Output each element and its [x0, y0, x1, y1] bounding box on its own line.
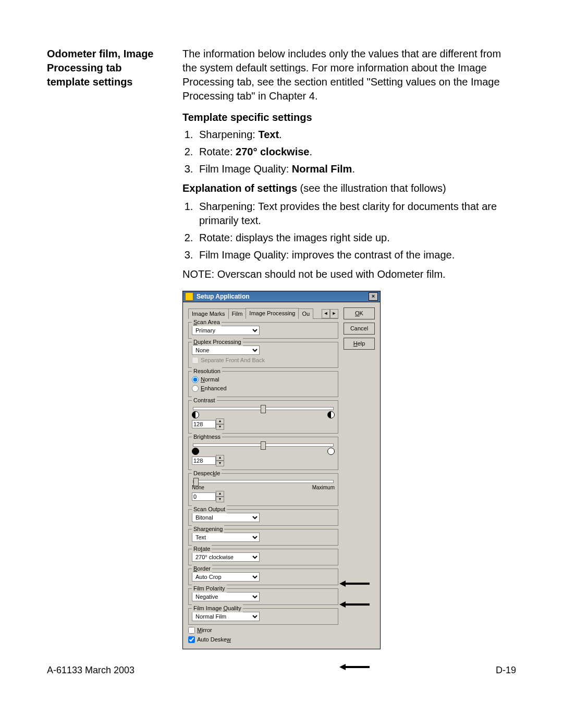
text: Brightness — [192, 433, 222, 441]
text: Sharpening: — [199, 129, 258, 140]
template-settings-heading: Template specific settings — [182, 110, 516, 125]
tab-image-marks[interactable]: Image Marks — [188, 309, 229, 319]
text: Despec — [193, 470, 213, 476]
spin-up[interactable]: ▲ — [216, 491, 224, 497]
spin-down[interactable]: ▼ — [216, 461, 224, 466]
text: Film Image — [193, 605, 223, 611]
note: NOTE: Overscan should not be used with O… — [182, 267, 516, 281]
duplex-group: Duplex Processing None Separate Front An… — [188, 342, 338, 368]
duplex-select[interactable]: None — [192, 346, 260, 355]
section-title: Odometer film, Image Processing tab temp… — [47, 47, 167, 89]
mirror-checkbox[interactable]: Mirror — [188, 626, 338, 634]
list-item: Sharpening: Text. — [196, 128, 516, 142]
text: ate — [202, 546, 210, 552]
scan-area-group: Scan Area Primary — [188, 322, 338, 339]
tab-scroll-right[interactable]: ► — [330, 309, 338, 318]
film-image-quality-group: Film Image Quality Normal Film — [188, 608, 338, 625]
sharpening-group: Sharpening Text — [188, 529, 338, 546]
text: Q — [223, 605, 228, 611]
brightness-light-icon — [327, 448, 335, 455]
list-item: Rotate: displays the images right side u… — [196, 231, 516, 245]
resolution-enhanced-radio[interactable]: Enhanced — [192, 385, 335, 392]
spin-up[interactable]: ▲ — [216, 455, 224, 461]
tab-bar: Image Marks Film Image Processing Ou ◄ ► — [188, 307, 338, 319]
sharpening-select[interactable]: Text — [192, 533, 260, 542]
tab-image-processing[interactable]: Image Processing — [246, 308, 299, 319]
text: . — [309, 146, 312, 157]
border-select[interactable]: Auto Crop — [192, 572, 260, 582]
tab-film[interactable]: Film — [228, 309, 247, 319]
text: uplex Processing — [198, 339, 241, 345]
contrast-high-icon — [327, 411, 335, 418]
text: order — [197, 565, 211, 572]
text: . — [279, 129, 282, 140]
text: Explanation of settings — [182, 182, 297, 194]
film-polarity-select[interactable]: Negative — [192, 592, 260, 601]
text: (see the illustration that follows) — [297, 182, 446, 194]
text: Film Image Quality: — [199, 163, 292, 175]
scan-output-group: Scan Output Bitonal — [188, 509, 338, 526]
despeckle-group: Despeckle NoneMaximum ▲▼ — [188, 473, 338, 507]
text: Rotate: — [199, 146, 236, 157]
film-polarity-group: Film Polarity Negative — [188, 588, 338, 605]
list-item: Film Image Quality: Normal Film. — [196, 162, 516, 176]
template-settings-list: Sharpening: Text. Rotate: 270° clockwise… — [182, 128, 516, 176]
brightness-spinner[interactable] — [192, 456, 216, 465]
brightness-group: Brightness ▲▼ — [188, 437, 338, 470]
film-quality-value: Normal Film — [292, 163, 352, 175]
auto-deskew-checkbox[interactable]: Auto Deskew — [188, 636, 338, 644]
film-image-quality-select[interactable]: Normal Film — [192, 612, 260, 621]
despeckle-spinner[interactable] — [192, 492, 216, 501]
text: Scan Output — [192, 505, 227, 513]
contrast-slider[interactable] — [193, 407, 334, 410]
footer-left: A-61133 March 2003 — [47, 665, 134, 676]
text: Resolution — [192, 367, 222, 375]
ok-button[interactable]: OK — [344, 307, 375, 319]
checkbox-label: Separate Front And Back — [201, 356, 265, 364]
despeckle-max-label: Maximum — [312, 484, 335, 491]
border-group: Border Auto Crop — [188, 569, 338, 585]
window-title: Setup Application — [197, 292, 250, 301]
text: le — [216, 470, 221, 476]
close-button[interactable]: × — [369, 292, 378, 301]
resolution-group: Resolution Normal Enhanced — [188, 371, 338, 397]
title-bar[interactable]: Setup Application × — [182, 291, 381, 302]
rotate-value: 270° clockwise — [236, 146, 309, 157]
list-item: Film Image Quality: improves the contras… — [196, 248, 516, 262]
brightness-dark-icon — [192, 448, 199, 455]
explanation-list: Sharpening: Text provides the best clari… — [182, 200, 516, 262]
contrast-spinner[interactable] — [192, 420, 216, 428]
tab-overflow[interactable]: Ou — [298, 309, 313, 319]
separate-front-back-checkbox: Separate Front And Back — [192, 356, 335, 364]
despeckle-slider[interactable] — [193, 480, 334, 483]
spin-up[interactable]: ▲ — [216, 418, 224, 424]
contrast-low-icon — [192, 411, 199, 418]
contrast-group: Contrast ▲▼ — [188, 400, 338, 434]
text: . — [352, 163, 355, 175]
text: uality — [228, 605, 241, 611]
cancel-button[interactable]: Cancel — [344, 323, 375, 335]
text: Shar — [193, 526, 205, 532]
text: Film Polarity — [192, 585, 227, 593]
text: Contrast — [192, 397, 217, 404]
tab-scroll-left[interactable]: ◄ — [322, 309, 330, 318]
text: D — [193, 339, 198, 345]
explanation-heading: Explanation of settings (see the illustr… — [182, 181, 516, 195]
spin-down[interactable]: ▼ — [216, 424, 224, 430]
footer-right: D-19 — [496, 665, 516, 676]
brightness-slider[interactable] — [193, 443, 334, 447]
list-item: Rotate: 270° clockwise. — [196, 145, 516, 159]
list-item: Sharpening: Text provides the best clari… — [196, 200, 516, 228]
scan-area-select[interactable]: Primary — [192, 326, 260, 335]
sharpening-value: Text — [258, 129, 279, 140]
app-icon — [185, 292, 193, 301]
rotate-group: Rotate 270° clockwise — [188, 549, 338, 565]
rotate-select[interactable]: 270° clockwise — [192, 552, 260, 562]
text: Ro — [193, 546, 201, 552]
spin-down[interactable]: ▼ — [216, 497, 224, 502]
text: can Area — [197, 319, 219, 325]
scan-output-select[interactable]: Bitonal — [192, 513, 260, 522]
intro-paragraph: The information below includes only the … — [182, 47, 516, 103]
resolution-normal-radio[interactable]: Normal — [192, 376, 335, 384]
help-button[interactable]: Help — [344, 338, 375, 350]
